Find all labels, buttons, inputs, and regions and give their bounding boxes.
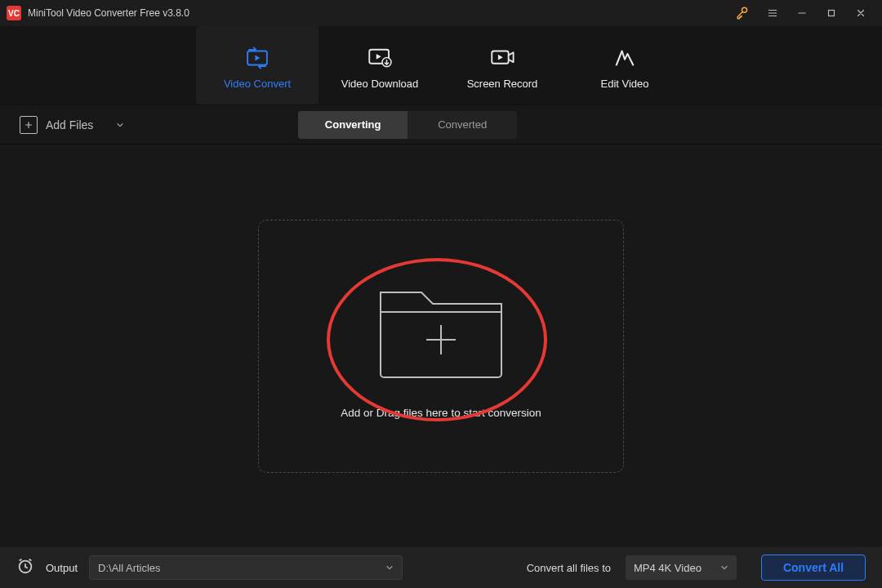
maximize-button[interactable]	[817, 0, 846, 26]
output-label: Output	[46, 562, 78, 574]
output-format-select[interactable]: MP4 4K Video	[626, 555, 737, 580]
main-nav: Video Convert Video Download Screen Reco…	[0, 26, 882, 105]
add-files-button[interactable]: Add Files	[20, 116, 124, 134]
conversion-status-segment: Converting Converted	[298, 111, 517, 139]
titlebar: VC MiniTool Video Converter Free v3.8.0	[0, 0, 882, 26]
download-icon	[366, 42, 394, 74]
app-logo: VC	[7, 6, 21, 20]
tab-screen-record[interactable]: Screen Record	[441, 26, 564, 105]
close-button[interactable]	[846, 0, 875, 26]
add-file-icon	[20, 116, 38, 134]
segment-converted[interactable]: Converted	[408, 111, 517, 139]
toolbar: Add Files Converting Converted	[0, 105, 882, 144]
svg-marker-2	[255, 55, 260, 60]
edit-icon	[611, 42, 639, 74]
tab-video-convert[interactable]: Video Convert	[196, 26, 318, 105]
dropzone[interactable]: Add or Drag files here to start conversi…	[258, 220, 624, 473]
convert-icon	[243, 42, 271, 74]
activate-key-icon[interactable]	[728, 0, 758, 26]
bottom-bar: Output D:\All Articles Convert all files…	[0, 547, 882, 588]
tab-label: Video Convert	[224, 78, 291, 90]
minimize-button[interactable]	[787, 0, 817, 26]
tab-video-download[interactable]: Video Download	[318, 26, 441, 105]
chevron-down-icon[interactable]	[116, 118, 124, 131]
tab-label: Video Download	[341, 78, 418, 90]
chevron-down-icon	[720, 562, 728, 574]
svg-marker-4	[376, 53, 381, 59]
hamburger-menu-icon[interactable]	[758, 0, 787, 26]
chevron-down-icon	[385, 562, 394, 574]
tab-label: Screen Record	[467, 78, 538, 90]
app-title: MiniTool Video Converter Free v3.8.0	[28, 7, 189, 19]
output-format-value: MP4 4K Video	[634, 562, 702, 574]
main-area: Add or Drag files here to start conversi…	[0, 144, 882, 547]
add-files-label: Add Files	[46, 118, 93, 131]
convert-all-files-label: Convert all files to	[527, 562, 611, 574]
output-path-value: D:\All Articles	[98, 562, 161, 574]
record-icon	[488, 42, 516, 74]
output-path-select[interactable]: D:\All Articles	[89, 555, 403, 580]
tab-label: Edit Video	[600, 78, 648, 90]
segment-converting[interactable]: Converting	[298, 111, 408, 139]
svg-rect-0	[829, 11, 835, 16]
svg-marker-7	[498, 54, 503, 60]
highlight-annotation	[327, 258, 547, 421]
schedule-icon[interactable]	[16, 557, 34, 578]
convert-all-button[interactable]: Convert All	[761, 555, 866, 581]
tab-edit-video[interactable]: Edit Video	[564, 26, 686, 105]
